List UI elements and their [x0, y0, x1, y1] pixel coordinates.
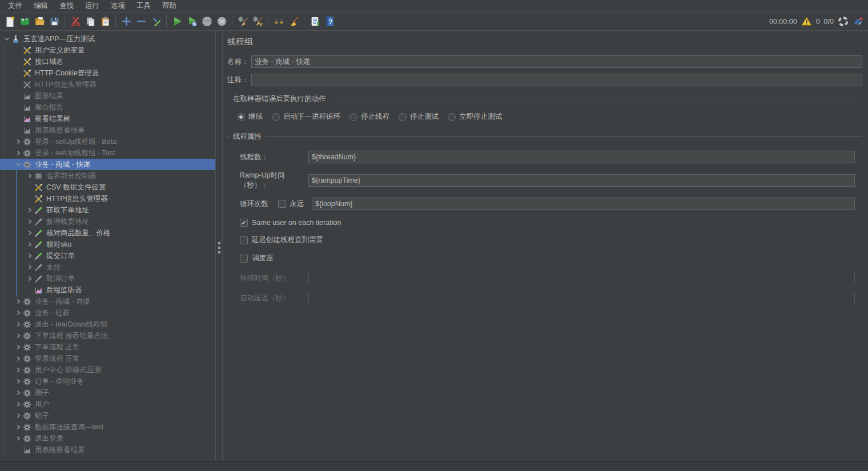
chevron-collapsed-icon[interactable]	[13, 400, 23, 409]
tree-item[interactable]: 用户中心 阶梯式压测	[0, 364, 215, 376]
copy-button[interactable]	[83, 14, 98, 29]
splitter-grip-icon[interactable]	[218, 242, 220, 253]
menu-5[interactable]: 工具	[131, 0, 156, 12]
chevron-collapsed-icon[interactable]	[13, 297, 23, 306]
chevron-collapsed-icon[interactable]	[13, 320, 23, 329]
add-button[interactable]	[119, 14, 134, 29]
chevron-collapsed-icon[interactable]	[25, 171, 34, 180]
tree-item[interactable]: 核对sku	[0, 239, 215, 250]
remote-ring-icon[interactable]	[838, 16, 849, 27]
forever-checkbox[interactable]	[278, 200, 286, 208]
option-checkbox-2[interactable]	[240, 255, 248, 263]
tree-item[interactable]: 用户	[0, 398, 215, 410]
chevron-collapsed-icon[interactable]	[13, 388, 23, 397]
new-file-button[interactable]	[2, 14, 17, 29]
split-divider[interactable]	[216, 31, 223, 461]
tree-item[interactable]: 提交订单	[0, 250, 215, 261]
tree-item[interactable]: HTTP信息头管理器	[0, 193, 215, 204]
tree-item[interactable]: 退出登录	[0, 433, 215, 444]
menu-6[interactable]: 帮助	[156, 0, 182, 12]
chevron-expanded-icon[interactable]	[13, 160, 23, 169]
start-button[interactable]	[170, 14, 184, 29]
tree-item[interactable]: 数据库连接查询---test	[0, 421, 215, 433]
remove-button[interactable]	[134, 14, 148, 29]
tree-item[interactable]: HTTP Cookie管理器	[0, 67, 215, 79]
edit-button[interactable]	[148, 14, 163, 29]
chevron-collapsed-icon[interactable]	[13, 365, 23, 375]
tree-item[interactable]: 圈子	[0, 387, 215, 398]
tree-item[interactable]: 帖子	[0, 410, 215, 421]
cut-button[interactable]	[68, 14, 83, 29]
tree-item[interactable]: 取消订单	[0, 273, 215, 284]
chevron-collapsed-icon[interactable]	[25, 228, 34, 237]
stop-button[interactable]: STOP	[199, 14, 214, 29]
tree-item[interactable]: 业务 - 社群	[0, 307, 215, 319]
tree-item[interactable]: 退出 - tearDown线程组	[0, 319, 215, 330]
start-no-pauses-button[interactable]	[184, 14, 199, 29]
tree-item[interactable]: 订单 - 查询业务	[0, 376, 215, 387]
tree-item[interactable]: 图形结果	[0, 90, 215, 102]
rampup-input[interactable]	[308, 174, 855, 187]
chevron-collapsed-icon[interactable]	[25, 240, 34, 249]
function-helper-button[interactable]	[307, 14, 322, 29]
tree-item[interactable]: 玉玄道APP—压力测试	[0, 33, 215, 45]
chevron-collapsed-icon[interactable]	[25, 217, 34, 226]
tree-item[interactable]: 临界部分控制器	[0, 170, 215, 182]
tree-item[interactable]: CSV 数据文件设置	[0, 182, 215, 193]
tree-item[interactable]: 支付	[0, 261, 215, 273]
tree-item[interactable]: 获取下单地址	[0, 204, 215, 216]
menu-2[interactable]: 查找	[54, 0, 79, 12]
clear-search-button[interactable]	[286, 14, 301, 29]
option-checkbox-1[interactable]	[240, 236, 248, 244]
tree-item[interactable]: 登录 - setUp线程组 - Beta	[0, 136, 215, 147]
chevron-collapsed-icon[interactable]	[13, 411, 23, 420]
chevron-collapsed-icon[interactable]	[13, 343, 23, 352]
menu-1[interactable]: 编辑	[28, 0, 54, 12]
shutdown-button[interactable]	[214, 14, 229, 29]
warning-icon[interactable]	[801, 16, 812, 27]
chevron-collapsed-icon[interactable]	[25, 263, 34, 272]
chevron-collapsed-icon[interactable]	[13, 377, 23, 386]
menu-4[interactable]: 选项	[105, 0, 131, 12]
tree-item[interactable]: 登录 - setUp线程组 - Test	[0, 147, 215, 159]
menu-0[interactable]: 文件	[2, 0, 28, 12]
error-action-radio-3[interactable]	[399, 113, 407, 121]
name-input[interactable]	[251, 55, 862, 68]
tree-item[interactable]: 业务 - 商城 - 快递	[0, 159, 215, 170]
search-button[interactable]	[271, 14, 286, 29]
chevron-collapsed-icon[interactable]	[13, 354, 23, 363]
tree-item[interactable]: 察看结果树	[0, 113, 215, 124]
loop-input[interactable]	[312, 198, 855, 210]
error-action-radio-4[interactable]	[448, 113, 456, 121]
tree-item[interactable]: 用表格察看结果	[0, 124, 215, 136]
paste-button[interactable]	[98, 14, 112, 29]
tree-item[interactable]: 后端监听器	[0, 284, 215, 296]
save-button[interactable]	[47, 14, 62, 29]
chevron-collapsed-icon[interactable]	[25, 251, 34, 260]
clear-all-button[interactable]	[250, 14, 265, 29]
tree-item[interactable]: 下单流程 正常	[0, 341, 215, 353]
chevron-collapsed-icon[interactable]	[13, 148, 23, 158]
chevron-collapsed-icon[interactable]	[25, 274, 34, 283]
chevron-collapsed-icon[interactable]	[13, 331, 23, 340]
chevron-collapsed-icon[interactable]	[13, 308, 23, 317]
error-action-radio-2[interactable]	[349, 113, 357, 121]
comment-input[interactable]	[251, 74, 862, 86]
chevron-expanded-icon[interactable]	[2, 34, 11, 43]
chevron-collapsed-icon[interactable]	[25, 206, 34, 215]
chevron-collapsed-icon[interactable]	[13, 137, 23, 146]
tree-item[interactable]: 用户定义的变量	[0, 45, 215, 56]
error-action-radio-0[interactable]	[237, 113, 245, 121]
threads-input[interactable]	[308, 151, 855, 163]
chevron-collapsed-icon[interactable]	[13, 434, 23, 443]
chevron-collapsed-icon[interactable]	[13, 422, 23, 432]
clear-button[interactable]	[235, 14, 250, 29]
error-action-radio-1[interactable]	[272, 113, 280, 121]
open-button[interactable]	[32, 14, 47, 29]
tree-item[interactable]: 接口域名	[0, 56, 215, 67]
tree-item[interactable]: 用表格察看结果	[0, 444, 215, 456]
templates-button[interactable]	[17, 14, 32, 29]
option-checkbox-0[interactable]: ✔	[240, 219, 248, 227]
tree-item[interactable]: 下单流程 按吞吐量占比	[0, 330, 215, 341]
tree-item[interactable]: HTTP信息头管理器	[0, 79, 215, 90]
